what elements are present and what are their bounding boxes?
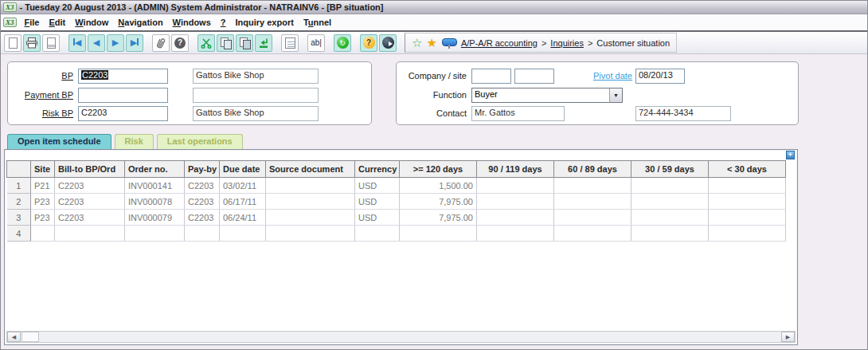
attachments-button[interactable]	[152, 34, 170, 52]
risk-bp-label[interactable]: Risk BP	[8, 106, 73, 121]
table-cell[interactable]	[185, 226, 220, 242]
table-cell[interactable]: INV000141	[125, 178, 185, 194]
expand-grid-icon[interactable]: +	[786, 151, 795, 159]
column-header[interactable]: Bill-to BP/Ord	[55, 161, 125, 178]
table-cell[interactable]	[631, 178, 709, 194]
menu-tunnel[interactable]: Tunnel	[299, 16, 336, 29]
window-menu-icon[interactable]: X3	[3, 18, 17, 27]
bp-code-input[interactable]: C2203	[78, 69, 168, 84]
navigation-signpost-button[interactable]	[441, 37, 457, 49]
horizontal-scrollbar[interactable]: ◀ ▶	[6, 331, 796, 343]
table-cell[interactable]	[709, 226, 786, 242]
add-favorite-button[interactable]: ☆	[412, 37, 422, 49]
favorites-button[interactable]: ★	[426, 37, 436, 49]
column-header[interactable]: 30 / 59 days	[631, 161, 709, 178]
risk-bp-code-input[interactable]: C2203	[78, 106, 168, 121]
help-button[interactable]: ?	[171, 34, 189, 52]
row-number-cell[interactable]: 4	[7, 226, 31, 242]
table-cell[interactable]: 7,975.00	[400, 194, 477, 210]
table-cell[interactable]: C2203	[185, 194, 220, 210]
table-cell[interactable]	[31, 226, 55, 242]
function-select[interactable]: Buyer▼	[471, 88, 623, 103]
last-record-button[interactable]: ▶	[126, 34, 143, 52]
internet-button[interactable]	[379, 34, 397, 52]
import-button[interactable]	[255, 34, 272, 52]
menu-file[interactable]: File	[20, 16, 45, 29]
next-record-button[interactable]: ▶	[107, 34, 124, 52]
table-cell[interactable]	[554, 226, 631, 242]
site-input[interactable]	[514, 69, 554, 84]
table-cell[interactable]	[709, 210, 786, 226]
tab-open-item-schedule[interactable]: Open item schedule	[7, 134, 111, 149]
table-cell[interactable]	[477, 194, 554, 210]
table-cell[interactable]	[400, 226, 477, 242]
scrollbar-thumb[interactable]	[22, 332, 39, 342]
table-cell[interactable]: P23	[31, 210, 55, 226]
table-cell[interactable]: C2203	[55, 178, 125, 194]
row-number-cell[interactable]: 1	[7, 178, 31, 194]
table-cell[interactable]	[554, 194, 631, 210]
table-cell[interactable]: 1,500.00	[400, 178, 477, 194]
column-header[interactable]: Order no.	[125, 161, 185, 178]
table-cell[interactable]: USD	[355, 194, 400, 210]
table-cell[interactable]: C2203	[185, 210, 220, 226]
column-header[interactable]: Source document	[266, 161, 355, 178]
table-cell[interactable]	[266, 194, 355, 210]
column-header[interactable]: Due date	[220, 161, 266, 178]
row-number-cell[interactable]: 2	[7, 194, 31, 210]
memo-button[interactable]	[281, 34, 299, 52]
breadcrumb-link-module[interactable]: A/P-A/R accounting	[461, 38, 538, 48]
menu-window[interactable]: Window	[70, 16, 113, 29]
print-preview-button[interactable]	[42, 34, 60, 52]
table-cell[interactable]	[477, 210, 554, 226]
pivot-date-input[interactable]: 08/20/13	[635, 69, 685, 84]
table-cell[interactable]	[266, 226, 355, 242]
column-header[interactable]: Currency	[355, 161, 400, 178]
menu-windows[interactable]: Windows	[168, 16, 216, 29]
column-header[interactable]: >= 120 days	[400, 161, 477, 178]
table-cell[interactable]: P23	[31, 194, 55, 210]
table-cell[interactable]: 06/17/11	[220, 194, 266, 210]
table-cell[interactable]	[631, 226, 709, 242]
menu-inquiry-export[interactable]: Inquiry export	[231, 16, 299, 29]
table-cell[interactable]	[55, 226, 125, 242]
chevron-down-icon[interactable]: ▼	[609, 88, 622, 102]
payment-bp-label[interactable]: Payment BP	[8, 88, 73, 103]
first-record-button[interactable]: ◀	[68, 34, 86, 52]
table-cell[interactable]	[554, 178, 631, 194]
table-cell[interactable]: USD	[355, 178, 400, 194]
new-document-button[interactable]	[4, 34, 22, 52]
tab-last-operations[interactable]: Last operations	[157, 134, 243, 149]
table-cell[interactable]: USD	[355, 210, 400, 226]
menu-edit[interactable]: Edit	[44, 16, 70, 29]
payment-bp-code-input[interactable]	[78, 88, 168, 103]
table-cell[interactable]	[266, 178, 355, 194]
table-cell[interactable]	[554, 210, 631, 226]
table-cell[interactable]	[266, 210, 355, 226]
pivot-date-link[interactable]: Pivot date	[593, 69, 632, 84]
cut-button[interactable]	[197, 34, 215, 52]
breadcrumb-link-inquiries[interactable]: Inquiries	[550, 38, 584, 48]
web-refresh-button[interactable]: ↻	[334, 34, 351, 52]
table-cell[interactable]	[355, 226, 400, 242]
paste-button[interactable]	[236, 34, 253, 52]
scroll-left-button[interactable]: ◀	[7, 332, 21, 342]
scroll-right-button[interactable]: ▶	[781, 332, 795, 342]
table-cell[interactable]	[477, 226, 554, 242]
table-cell[interactable]	[631, 210, 709, 226]
column-header[interactable]: 60 / 89 days	[554, 161, 631, 178]
column-header[interactable]: 90 / 119 days	[477, 161, 554, 178]
table-cell[interactable]: INV000079	[125, 210, 185, 226]
tab-risk[interactable]: Risk	[115, 134, 154, 149]
table-cell[interactable]	[220, 226, 266, 242]
table-cell[interactable]	[709, 194, 786, 210]
column-header[interactable]: Site	[31, 161, 55, 178]
company-input[interactable]	[471, 69, 511, 84]
menu-help[interactable]: ?	[216, 16, 231, 29]
table-cell[interactable]: 03/02/11	[220, 178, 266, 194]
column-header[interactable]: Pay-by	[185, 161, 220, 178]
online-help-button[interactable]: ?	[360, 34, 377, 52]
search-button[interactable]: ab|	[307, 34, 325, 52]
table-cell[interactable]: P21	[31, 178, 55, 194]
row-number-cell[interactable]: 3	[7, 210, 31, 226]
